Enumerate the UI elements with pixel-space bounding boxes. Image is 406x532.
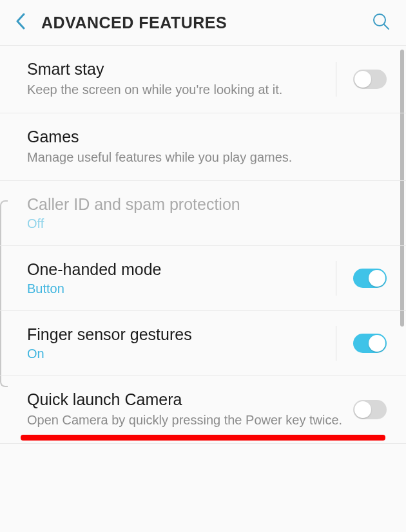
- item-text: Quick launch Camera Open Camera by quick…: [27, 390, 353, 429]
- item-subtitle: Open Camera by quickly pressing the Powe…: [27, 412, 343, 429]
- item-caller-id[interactable]: Caller ID and spam protection Off: [0, 181, 406, 246]
- toggle-finger-sensor[interactable]: [353, 334, 387, 353]
- page-title: ADVANCED FEATURES: [41, 14, 371, 32]
- toggle-knob: [369, 270, 385, 287]
- search-button[interactable]: [371, 12, 391, 33]
- item-title: One-handed mode: [27, 260, 325, 279]
- item-subtitle: Manage useful features while you play ga…: [27, 149, 376, 166]
- toggle-wrap: [336, 62, 387, 97]
- settings-list: Smart stay Keep the screen on while you'…: [0, 46, 406, 444]
- toggle-one-handed[interactable]: [353, 269, 387, 288]
- back-button[interactable]: [15, 13, 26, 32]
- toggle-wrap: [336, 326, 387, 361]
- item-smart-stay[interactable]: Smart stay Keep the screen on while you'…: [0, 46, 406, 113]
- item-text: Finger sensor gestures On: [27, 325, 336, 361]
- toggle-knob: [354, 401, 371, 418]
- svg-line-1: [384, 24, 389, 29]
- item-text: Smart stay Keep the screen on while you'…: [27, 60, 336, 99]
- item-one-handed-mode[interactable]: One-handed mode Button: [0, 246, 406, 311]
- item-text: One-handed mode Button: [27, 260, 336, 296]
- toggle-wrap: [336, 261, 387, 296]
- item-status: Button: [27, 281, 325, 296]
- toggle-quick-launch-camera[interactable]: [353, 400, 387, 419]
- item-text: Games Manage useful features while you p…: [27, 128, 387, 166]
- item-finger-sensor-gestures[interactable]: Finger sensor gestures On: [0, 311, 406, 376]
- search-icon: [371, 12, 391, 31]
- item-text: Caller ID and spam protection Off: [27, 195, 387, 231]
- item-title: Quick launch Camera: [27, 390, 343, 409]
- item-title: Smart stay: [27, 60, 325, 79]
- annotation-line: [21, 435, 385, 441]
- toggle-knob: [354, 71, 371, 88]
- toggle-smart-stay[interactable]: [353, 70, 387, 89]
- content: Smart stay Keep the screen on while you'…: [0, 46, 406, 532]
- item-games[interactable]: Games Manage useful features while you p…: [0, 113, 406, 181]
- item-title: Games: [27, 128, 376, 146]
- header: ADVANCED FEATURES: [0, 0, 406, 46]
- chevron-left-icon: [15, 13, 26, 30]
- item-title: Caller ID and spam protection: [27, 195, 376, 214]
- toggle-knob: [369, 335, 385, 352]
- toggle-wrap: [353, 392, 387, 427]
- item-subtitle: Keep the screen on while you're looking …: [27, 81, 325, 99]
- item-title: Finger sensor gestures: [27, 325, 325, 344]
- item-status: Off: [27, 216, 376, 231]
- item-quick-launch-camera[interactable]: Quick launch Camera Open Camera by quick…: [0, 376, 406, 444]
- item-status: On: [27, 347, 325, 361]
